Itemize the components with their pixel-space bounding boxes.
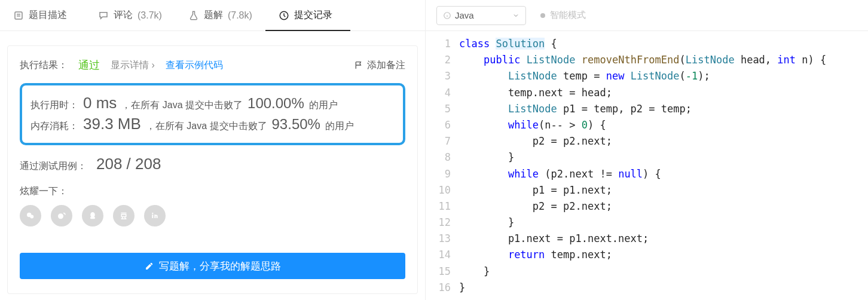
document-icon (13, 10, 24, 21)
result-header: 执行结果： 通过 显示详情 › 查看示例代码 添加备注 (20, 58, 405, 72)
line-number: 15 (426, 264, 451, 280)
svg-point-6 (58, 213, 63, 219)
add-note-label: 添加备注 (367, 59, 405, 72)
tab-count: (3.7k) (137, 10, 162, 21)
code-line[interactable]: p1 = p1.next; (459, 182, 868, 198)
line-number: 7 (426, 133, 451, 149)
flask-icon (188, 10, 199, 21)
line-number: 4 (426, 85, 451, 101)
code-line[interactable]: } (459, 215, 868, 231)
linkedin-icon[interactable] (144, 205, 166, 226)
clock-icon (279, 10, 289, 21)
code-line[interactable]: } (459, 264, 868, 280)
language-select[interactable]: Java (436, 6, 526, 25)
memory-row: 内存消耗： 39.3 MB ，在所有 Java 提交中击败了 93.50% 的用… (30, 115, 395, 133)
metrics-highlight: 执行用时： 0 ms ，在所有 Java 提交中击败了 100.00% 的用户 … (20, 83, 405, 145)
code-line[interactable]: while (p2.next != null) { (459, 166, 868, 182)
code-line[interactable]: ListNode temp = new ListNode(-1); (459, 68, 868, 84)
code-editor[interactable]: 12345678910111213141516 class Solution {… (426, 31, 868, 300)
svg-rect-10 (152, 215, 153, 218)
tabs-bar: 题目描述 评论 (3.7k) 题解 (7.8k) (0, 0, 425, 31)
tab-label: 题解 (204, 9, 223, 22)
tab-description[interactable]: 题目描述 (0, 0, 85, 30)
testcases-value: 208 / 208 (96, 155, 161, 173)
line-gutter: 12345678910111213141516 (426, 36, 459, 300)
qq-icon[interactable] (82, 205, 103, 226)
write-solution-label: 写题解，分享我的解题思路 (159, 259, 281, 273)
share-icons (20, 205, 405, 226)
show-details-link[interactable]: 显示详情 › (111, 59, 155, 72)
line-number: 16 (426, 280, 451, 296)
tab-label: 提交记录 (294, 9, 332, 22)
weibo-icon[interactable] (51, 205, 72, 226)
testcases-label: 通过测试用例： (20, 160, 87, 173)
code-line[interactable]: return temp.next; (459, 247, 868, 263)
runtime-row: 执行用时： 0 ms ，在所有 Java 提交中击败了 100.00% 的用户 (30, 94, 395, 112)
share-label: 炫耀一下： (20, 185, 405, 198)
line-number: 3 (426, 68, 451, 84)
comment-icon (98, 10, 109, 21)
code-line[interactable]: p1.next = p1.next.next; (459, 231, 868, 247)
code-line[interactable]: p2 = p2.next; (459, 198, 868, 215)
wechat-icon[interactable] (20, 205, 41, 226)
line-number: 1 (426, 36, 451, 52)
add-note-button[interactable]: 添加备注 (354, 59, 405, 72)
runtime-value: 0 ms (83, 94, 117, 112)
memory-label: 内存消耗： (30, 120, 78, 133)
svg-rect-9 (121, 215, 126, 217)
code-lines[interactable]: class Solution { public ListNode removeN… (459, 36, 868, 300)
line-number: 11 (426, 198, 451, 215)
line-number: 8 (426, 149, 451, 166)
svg-point-5 (30, 215, 33, 219)
douban-icon[interactable] (113, 205, 135, 226)
memory-suffix: 的用户 (325, 120, 354, 133)
code-line[interactable]: public ListNode removeNthFromEnd(ListNod… (459, 52, 868, 68)
memory-percent: 93.50% (272, 116, 320, 133)
tab-solutions[interactable]: 题解 (7.8k) (175, 0, 265, 30)
code-line[interactable]: ListNode p1 = temp, p2 = temp; (459, 101, 868, 117)
runtime-percent: 100.00% (247, 95, 304, 112)
line-number: 13 (426, 231, 451, 247)
memory-prefix: ，在所有 Java 提交中击败了 (146, 120, 267, 133)
flag-icon (354, 60, 363, 70)
tab-count: (7.8k) (228, 10, 252, 21)
code-line[interactable]: while(n-- > 0) { (459, 117, 868, 133)
code-line[interactable]: } (459, 149, 868, 166)
runtime-suffix: 的用户 (309, 99, 338, 112)
pencil-icon (145, 261, 154, 271)
line-number: 14 (426, 247, 451, 263)
left-pane: 题目描述 评论 (3.7k) 题解 (7.8k) (0, 0, 426, 300)
right-pane: Java 智能模式 12345678910111213141516 class … (426, 0, 868, 300)
tab-label: 题目描述 (29, 9, 67, 22)
line-number: 9 (426, 166, 451, 182)
sample-code-link[interactable]: 查看示例代码 (166, 59, 223, 72)
runtime-prefix: ，在所有 Java 提交中击败了 (121, 99, 243, 112)
write-solution-button[interactable]: 写题解，分享我的解题思路 (20, 253, 405, 279)
info-icon (443, 11, 451, 20)
runtime-label: 执行用时： (30, 99, 78, 112)
mode-label: 智能模式 (550, 10, 586, 21)
results-card: 执行结果： 通过 显示详情 › 查看示例代码 添加备注 执行用时： 0 ms ，… (7, 45, 418, 294)
memory-value: 39.3 MB (83, 115, 141, 133)
svg-point-7 (90, 212, 95, 218)
line-number: 10 (426, 182, 451, 198)
svg-point-11 (152, 213, 153, 214)
line-number: 12 (426, 215, 451, 231)
testcases-row: 通过测试用例： 208 / 208 (20, 155, 405, 173)
tab-comments[interactable]: 评论 (3.7k) (85, 0, 175, 30)
code-line[interactable]: class Solution { (459, 36, 868, 52)
language-label: Java (455, 10, 474, 20)
mode-indicator[interactable]: 智能模式 (540, 10, 586, 21)
dot-icon (540, 13, 545, 18)
editor-toolbar: Java 智能模式 (426, 0, 868, 31)
code-line[interactable]: } (459, 280, 868, 296)
result-label: 执行结果： (20, 59, 68, 72)
code-line[interactable]: p2 = p2.next; (459, 133, 868, 149)
code-line[interactable]: temp.next = head; (459, 85, 868, 101)
result-status: 通过 (78, 58, 100, 72)
chevron-down-icon (512, 12, 519, 19)
tab-label: 评论 (114, 9, 133, 22)
line-number: 6 (426, 117, 451, 133)
line-number: 5 (426, 101, 451, 117)
tab-submissions[interactable]: 提交记录 (265, 0, 350, 30)
